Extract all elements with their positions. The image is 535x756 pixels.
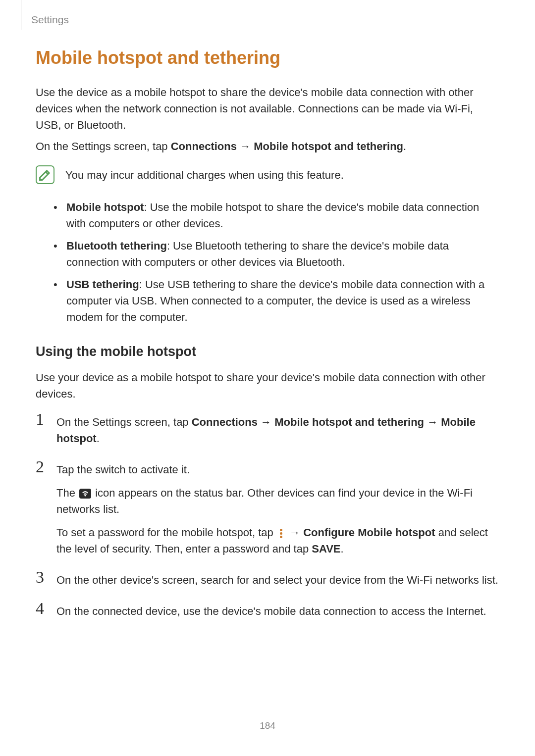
subsection-intro: Use your device as a mobile hotspot to s… [36, 369, 499, 402]
step2-line2-a: The [56, 487, 78, 499]
nav-arrow: → [424, 416, 441, 428]
feature-list: Mobile hotspot: Use the mobile hotspot t… [36, 199, 499, 325]
header-breadcrumb: Settings [21, 0, 69, 30]
step2-line2-b: icon appears on the status bar. Other de… [56, 487, 473, 515]
step1-prefix: On the Settings screen, tap [56, 416, 192, 428]
nav-prefix: On the Settings screen, tap [36, 140, 171, 152]
nav-target: Mobile hotspot and tethering [254, 140, 403, 152]
note-text: You may incur additional charges when us… [65, 167, 344, 183]
page-number: 184 [0, 720, 535, 731]
step2-configure: Configure Mobile hotspot [303, 526, 435, 539]
step-item: On the connected device, use the device'… [36, 603, 499, 619]
nav-connections: Connections [171, 140, 237, 152]
step-text: Tap the switch to activate it. [56, 461, 499, 478]
subsection-title: Using the mobile hotspot [36, 344, 499, 359]
list-item-label: USB tethering [66, 278, 139, 291]
svg-point-0 [84, 495, 86, 497]
hotspot-status-icon [79, 489, 91, 499]
list-item: USB tethering: Use USB tethering to shar… [54, 276, 499, 325]
step-item: Tap the switch to activate it. The icon … [36, 461, 499, 557]
more-options-icon [278, 528, 285, 538]
section-title: Mobile hotspot and tethering [36, 48, 499, 68]
step-text: To set a password for the mobile hotspot… [56, 524, 499, 557]
list-item: Mobile hotspot: Use the mobile hotspot t… [54, 199, 499, 232]
page-content: Mobile hotspot and tethering Use the dev… [0, 0, 535, 619]
step-item: On the other device's screen, search for… [36, 572, 499, 588]
step1-period: . [97, 432, 100, 445]
step2-save: SAVE [312, 543, 340, 555]
step1-connections: Connections [192, 416, 258, 428]
step-text: The icon appears on the status bar. Othe… [56, 485, 499, 517]
step-text: On the connected device, use the device'… [56, 603, 499, 619]
list-item: Bluetooth tethering: Use Bluetooth tethe… [54, 238, 499, 270]
step-text: On the other device's screen, search for… [56, 572, 499, 588]
step2-line3-a: To set a password for the mobile hotspot… [56, 526, 276, 539]
step-item: On the Settings screen, tap Connections … [36, 414, 499, 447]
list-item-label: Bluetooth tethering [66, 240, 167, 252]
list-item-label: Mobile hotspot [66, 201, 144, 213]
nav-arrow: → [237, 140, 254, 152]
step2-line3-period: . [341, 543, 344, 555]
steps-list: On the Settings screen, tap Connections … [36, 414, 499, 619]
step1-mht: Mobile hotspot and tethering [274, 416, 424, 428]
intro-paragraph: Use the device as a mobile hotspot to sh… [36, 84, 499, 133]
note-pencil-icon [36, 165, 54, 184]
note-callout: You may incur additional charges when us… [36, 165, 499, 184]
nav-arrow: → [258, 416, 274, 428]
navigation-instruction: On the Settings screen, tap Connections … [36, 138, 499, 154]
step-text: On the Settings screen, tap Connections … [56, 414, 499, 447]
nav-arrow: → [286, 526, 303, 539]
